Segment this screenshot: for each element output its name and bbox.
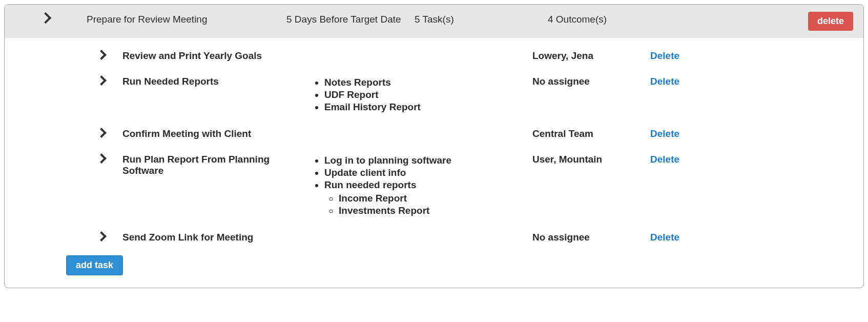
delete-task-link[interactable]: Delete: [650, 76, 679, 87]
chevron-right-icon[interactable]: [96, 231, 107, 242]
task-step: Update client info: [324, 167, 532, 178]
workflow-title: Prepare for Review Meeting: [87, 12, 286, 25]
workflow-header-row: Prepare for Review Meeting 5 Days Before…: [5, 5, 863, 38]
workflow-task-count: 5 Task(s): [415, 12, 548, 25]
task-row: Review and Print Yearly Goals Lowery, Je…: [5, 43, 863, 69]
task-assignee: Central Team: [532, 128, 650, 139]
task-step: Run needed reports Income Report Investm…: [324, 179, 532, 216]
task-name: Confirm Meeting with Client: [122, 128, 312, 139]
task-row: Send Zoom Link for Meeting No assignee D…: [5, 225, 863, 250]
task-assignee: Lowery, Jena: [532, 50, 650, 62]
chevron-right-icon[interactable]: [96, 153, 107, 164]
task-step: Log in to planning software: [324, 155, 532, 166]
task-row: Confirm Meeting with Client Central Team…: [5, 121, 863, 147]
task-steps: Notes Reports UDF Report Email History R…: [312, 76, 532, 114]
task-name: Run Plan Report From Planning Software: [122, 154, 312, 176]
delete-workflow-button[interactable]: delete: [808, 12, 853, 31]
add-task-button[interactable]: add task: [66, 255, 123, 275]
workflow-footer: add task: [5, 250, 863, 288]
task-assignee: No assignee: [532, 76, 650, 87]
task-name: Send Zoom Link for Meeting: [122, 232, 312, 243]
workflow-panel: Prepare for Review Meeting 5 Days Before…: [4, 4, 864, 288]
task-assignee: No assignee: [532, 232, 650, 243]
task-step: UDF Report: [324, 89, 532, 100]
task-substep: Income Report: [339, 193, 532, 204]
task-step: Email History Report: [324, 102, 532, 113]
task-name: Run Needed Reports: [122, 76, 312, 87]
task-name: Review and Print Yearly Goals: [122, 50, 312, 62]
chevron-right-icon[interactable]: [96, 75, 107, 86]
chevron-right-icon[interactable]: [96, 50, 107, 60]
delete-task-link[interactable]: Delete: [650, 50, 679, 62]
workflow-outcome-count: 4 Outcome(s): [548, 12, 781, 25]
task-substep: Investments Report: [339, 205, 532, 216]
delete-task-link[interactable]: Delete: [650, 154, 679, 165]
task-step-label: Run needed reports: [324, 179, 416, 190]
chevron-right-icon[interactable]: [96, 128, 107, 138]
delete-task-link[interactable]: Delete: [650, 232, 679, 243]
task-row: Run Needed Reports Notes Reports UDF Rep…: [5, 69, 863, 121]
task-assignee: User, Mountain: [532, 154, 650, 165]
task-steps: Log in to planning software Update clien…: [312, 154, 532, 217]
delete-task-link[interactable]: Delete: [650, 128, 679, 139]
task-step: Notes Reports: [324, 77, 532, 88]
chevron-right-icon[interactable]: [40, 12, 52, 24]
task-list: Review and Print Yearly Goals Lowery, Je…: [5, 38, 863, 250]
task-row: Run Plan Report From Planning Software L…: [5, 147, 863, 225]
workflow-due: 5 Days Before Target Date: [286, 12, 415, 25]
